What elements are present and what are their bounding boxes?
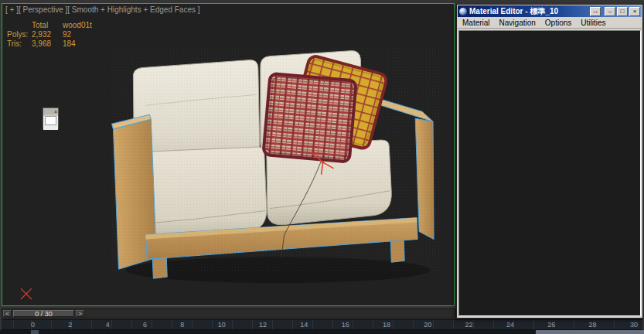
trackbar-tick: 22 xyxy=(465,321,473,329)
trackbar-tick: 28 xyxy=(589,321,597,329)
trackbar-tick: 8 xyxy=(180,321,184,329)
track-bar[interactable]: 0 2 4 6 8 10 12 14 16 18 20 22 24 26 28 … xyxy=(2,319,642,330)
material-editor-icon xyxy=(459,8,467,15)
right-leg xyxy=(390,239,404,262)
trackbar-tick: 0 xyxy=(31,321,35,329)
floor-shadow xyxy=(125,257,431,283)
tris-label: Tris: xyxy=(7,39,32,49)
next-frame-button[interactable]: > xyxy=(76,310,84,317)
plaid-pillow[interactable] xyxy=(263,73,356,162)
trackbar-tick: 6 xyxy=(143,321,147,329)
trackbar-range-handle[interactable] xyxy=(31,330,39,334)
stats-total-header: Total xyxy=(32,21,63,30)
trackbar-tick: 20 xyxy=(424,321,431,329)
trackbar-tick: 14 xyxy=(300,321,308,329)
polys-label: Polys: xyxy=(7,30,32,39)
stats-polys-row: Polys: 2,932 92 xyxy=(7,30,100,39)
mini-dialog[interactable]: × xyxy=(43,107,59,129)
tris-selected: 184 xyxy=(63,39,100,49)
perspective-viewport[interactable]: [ + ][ Perspective ][ Smooth + Highlight… xyxy=(2,3,455,306)
tris-total: 3,968 xyxy=(32,39,63,49)
stats-object-header: wood01t xyxy=(63,21,100,30)
bottom-strip xyxy=(0,330,644,334)
menu-utilities[interactable]: Utilities xyxy=(581,19,605,27)
menu-material[interactable]: Material xyxy=(462,19,490,27)
mini-dialog-titlebar[interactable]: × xyxy=(43,108,58,114)
trackbar-tick: 26 xyxy=(547,321,555,329)
scene-canvas[interactable] xyxy=(2,4,454,305)
trackbar-tick: 16 xyxy=(342,321,349,329)
menu-options[interactable]: Options xyxy=(545,19,571,27)
time-slider-handle[interactable]: 0 / 30 xyxy=(13,310,74,317)
sofa-model[interactable] xyxy=(111,49,441,278)
trackbar-tick: 10 xyxy=(218,321,226,329)
mini-dialog-body xyxy=(43,116,58,130)
viewport-statistics: Total wood01t Polys: 2,932 92 Tris: 3,96… xyxy=(7,21,100,49)
trackbar-scrollbar[interactable] xyxy=(536,330,644,334)
time-slider[interactable]: < 0 / 30 > xyxy=(2,308,456,319)
material-editor-menubar: Material Navigation Options Utilities xyxy=(458,17,642,29)
float-button[interactable]: ↔ xyxy=(590,7,601,16)
world-axis-icon xyxy=(21,288,32,299)
stats-tris-row: Tris: 3,968 184 xyxy=(7,39,100,49)
material-editor-titlebar[interactable]: Material Editor - 標準_10 ↔ – □ × xyxy=(458,5,642,17)
material-editor-title: Material Editor - 標準_10 xyxy=(469,6,590,17)
prev-frame-button[interactable]: < xyxy=(3,310,12,317)
trackbar-tick: 12 xyxy=(259,321,267,329)
trackbar-tick: 4 xyxy=(106,321,110,329)
maximize-button[interactable]: □ xyxy=(617,7,628,16)
material-editor-window: Material Editor - 標準_10 ↔ – □ × Material… xyxy=(456,4,643,319)
trackbar-tick: 24 xyxy=(506,321,514,329)
material-editor-client-area[interactable] xyxy=(458,30,641,316)
right-arm-post xyxy=(415,118,434,239)
mini-dialog-swatch xyxy=(45,116,56,125)
mini-dialog-close-icon[interactable]: × xyxy=(54,109,57,114)
stats-header-row: Total wood01t xyxy=(7,21,100,30)
minimize-button[interactable]: – xyxy=(605,7,615,16)
3d-app-window: [ + ][ Perspective ][ Smooth + Highlight… xyxy=(0,0,644,334)
trackbar-tick: 2 xyxy=(68,321,72,329)
polys-selected: 92 xyxy=(63,30,100,39)
trackbar-tick: 30 xyxy=(630,321,638,329)
polys-total: 2,932 xyxy=(32,30,63,39)
viewport-label[interactable]: [ + ][ Perspective ][ Smooth + Highlight… xyxy=(5,5,200,14)
close-button[interactable]: × xyxy=(629,7,640,16)
menu-navigation[interactable]: Navigation xyxy=(499,19,536,27)
trackbar-tick: 18 xyxy=(383,321,390,329)
left-leg xyxy=(152,257,167,278)
